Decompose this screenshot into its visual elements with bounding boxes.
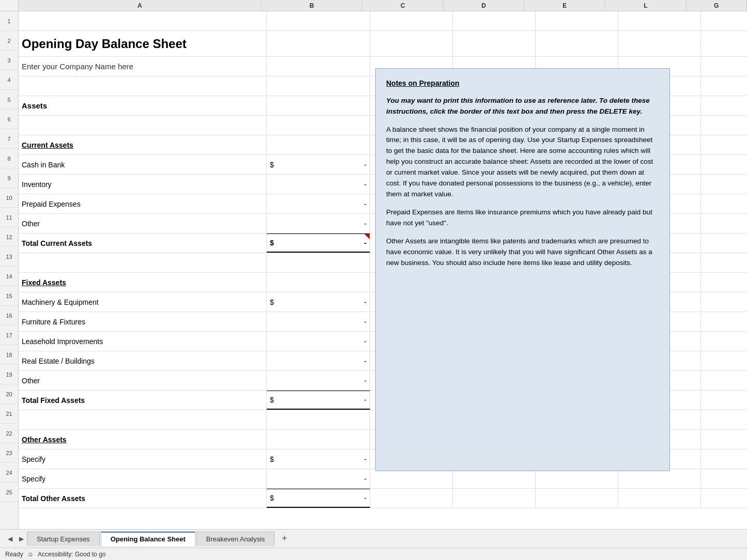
cell-24b[interactable]: - bbox=[267, 469, 370, 488]
cell-10a[interactable]: Prepaid Expenses bbox=[19, 194, 267, 213]
col-header-l[interactable]: L bbox=[605, 0, 687, 11]
cell-9a[interactable]: Inventory bbox=[19, 175, 267, 194]
cell-1g[interactable] bbox=[701, 11, 747, 30]
cell-1c[interactable] bbox=[370, 11, 453, 30]
cell-10b[interactable]: - bbox=[267, 194, 370, 213]
tab-add-button[interactable]: + bbox=[278, 532, 291, 546]
cell-13g[interactable] bbox=[701, 253, 747, 272]
cell-7a[interactable]: Current Assets bbox=[19, 135, 267, 154]
cell-17g[interactable] bbox=[701, 332, 747, 351]
cell-25f[interactable] bbox=[618, 489, 701, 508]
cell-9g[interactable] bbox=[701, 175, 747, 194]
cell-11b[interactable]: - bbox=[267, 214, 370, 233]
cell-13b[interactable] bbox=[267, 253, 370, 272]
cell-24d[interactable] bbox=[453, 469, 536, 488]
col-header-d[interactable]: D bbox=[444, 0, 525, 11]
cell-4b[interactable] bbox=[267, 76, 370, 96]
cell-1b[interactable] bbox=[267, 11, 370, 30]
col-header-b[interactable]: B bbox=[262, 0, 363, 11]
cell-8b[interactable]: $ - bbox=[267, 155, 370, 174]
cell-2f[interactable] bbox=[618, 31, 701, 56]
cell-19a[interactable]: Other bbox=[19, 371, 267, 390]
cell-24e[interactable] bbox=[536, 469, 618, 488]
cell-22g[interactable] bbox=[701, 430, 747, 449]
tab-startup-expenses[interactable]: Startup Expenses bbox=[27, 532, 100, 546]
cell-24f[interactable] bbox=[618, 469, 701, 488]
cell-18a[interactable]: Real Estate / Buildings bbox=[19, 351, 267, 370]
cell-21b[interactable] bbox=[267, 410, 370, 429]
cell-2d[interactable] bbox=[453, 31, 536, 56]
cell-6g[interactable] bbox=[701, 116, 747, 135]
cell-12b[interactable]: $ - bbox=[267, 234, 370, 253]
cell-24g[interactable] bbox=[701, 469, 747, 488]
cell-18g[interactable] bbox=[701, 351, 747, 370]
cell-14g[interactable] bbox=[701, 273, 747, 292]
cell-1f[interactable] bbox=[618, 11, 701, 30]
cell-25a[interactable]: Total Other Assets bbox=[19, 489, 267, 508]
notes-box[interactable]: Notes on Preparation You may want to pri… bbox=[375, 68, 670, 471]
cell-16g[interactable] bbox=[701, 312, 747, 331]
col-header-c[interactable]: C bbox=[362, 0, 444, 11]
cell-6b[interactable] bbox=[267, 116, 370, 135]
cell-8a[interactable]: Cash in Bank bbox=[19, 155, 267, 174]
cell-7b[interactable] bbox=[267, 135, 370, 154]
cell-22a[interactable]: Other Assets bbox=[19, 430, 267, 449]
col-header-a[interactable]: A bbox=[19, 0, 262, 11]
cell-25c[interactable] bbox=[370, 489, 453, 508]
cell-1d[interactable] bbox=[453, 11, 536, 30]
cell-23b[interactable]: $ - bbox=[267, 449, 370, 469]
cell-25b[interactable]: $ - bbox=[267, 489, 370, 508]
cell-18b[interactable]: - bbox=[267, 351, 370, 370]
cell-24a[interactable]: Specify bbox=[19, 469, 267, 488]
cell-19g[interactable] bbox=[701, 371, 747, 390]
cell-2b[interactable] bbox=[267, 31, 370, 56]
cell-25e[interactable] bbox=[536, 489, 618, 508]
cell-23a[interactable]: Specify bbox=[19, 449, 267, 469]
cell-24c[interactable] bbox=[370, 469, 453, 488]
tab-next-btn[interactable]: ▶ bbox=[16, 533, 27, 545]
cell-4a[interactable] bbox=[19, 76, 267, 96]
cell-8g[interactable] bbox=[701, 155, 747, 174]
cell-1e[interactable] bbox=[536, 11, 618, 30]
cell-15a[interactable]: Machinery & Equipment bbox=[19, 292, 267, 312]
cell-23g[interactable] bbox=[701, 449, 747, 469]
cell-11g[interactable] bbox=[701, 214, 747, 233]
cell-17b[interactable]: - bbox=[267, 332, 370, 351]
cell-20b[interactable]: $ - bbox=[267, 391, 370, 410]
cell-14b[interactable] bbox=[267, 273, 370, 292]
cell-3g[interactable] bbox=[701, 57, 747, 76]
cell-5b[interactable] bbox=[267, 96, 370, 115]
cell-10g[interactable] bbox=[701, 194, 747, 213]
tab-breakeven-analysis[interactable]: Breakeven Analysis bbox=[196, 532, 275, 546]
cell-19b[interactable]: - bbox=[267, 371, 370, 390]
cell-12g[interactable] bbox=[701, 234, 747, 253]
cell-14a[interactable]: Fixed Assets bbox=[19, 273, 267, 292]
cell-13a[interactable] bbox=[19, 253, 267, 272]
cell-25g[interactable] bbox=[701, 489, 747, 508]
cell-2a[interactable]: Opening Day Balance Sheet bbox=[19, 31, 267, 56]
col-header-e[interactable]: E bbox=[524, 0, 605, 11]
cell-3b[interactable] bbox=[267, 57, 370, 76]
tab-prev-btn[interactable]: ◀ bbox=[4, 533, 16, 545]
cell-2g[interactable] bbox=[701, 31, 747, 56]
cell-7g[interactable] bbox=[701, 135, 747, 154]
tab-opening-balance-sheet[interactable]: Opening Balance Sheet bbox=[101, 532, 195, 546]
cell-2e[interactable] bbox=[536, 31, 618, 56]
cell-15b[interactable]: $ - bbox=[267, 292, 370, 312]
cell-20a[interactable]: Total Fixed Assets bbox=[19, 391, 267, 410]
cell-5g[interactable] bbox=[701, 96, 747, 115]
cell-20g[interactable] bbox=[701, 391, 747, 410]
cell-22b[interactable] bbox=[267, 430, 370, 449]
cell-6a[interactable] bbox=[19, 116, 267, 135]
cell-15g[interactable] bbox=[701, 292, 747, 312]
cell-16a[interactable]: Furniture & Fixtures bbox=[19, 312, 267, 331]
cell-9b[interactable]: - bbox=[267, 175, 370, 194]
cell-12a[interactable]: Total Current Assets bbox=[19, 234, 267, 253]
cell-17a[interactable]: Leasehold Improvements bbox=[19, 332, 267, 351]
cell-16b[interactable]: - bbox=[267, 312, 370, 331]
cell-21a[interactable] bbox=[19, 410, 267, 429]
cell-21g[interactable] bbox=[701, 410, 747, 429]
cell-5a[interactable]: Assets bbox=[19, 96, 267, 115]
cell-25d[interactable] bbox=[453, 489, 536, 508]
cell-1a[interactable] bbox=[19, 11, 267, 30]
